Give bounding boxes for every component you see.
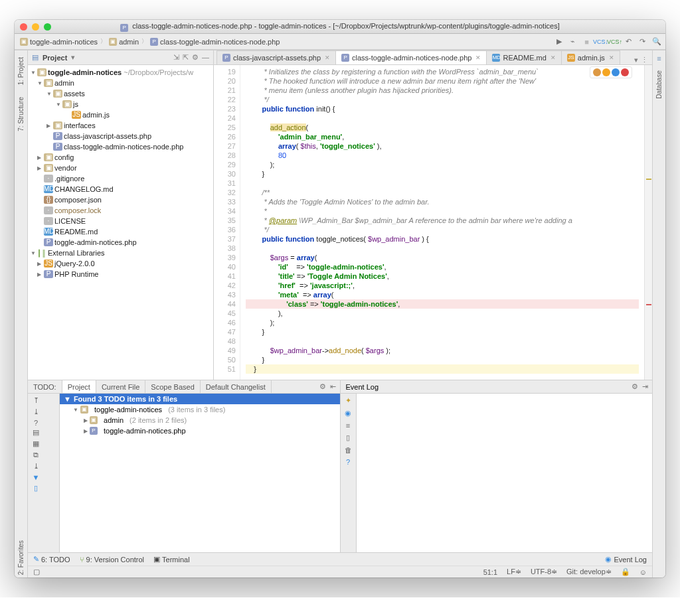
collapse-icon[interactable]: ⤓ (33, 408, 39, 416)
gear-icon[interactable]: ⚙ (319, 382, 326, 391)
window-title: P class-toggle-admin-notices-node.php - … (15, 22, 665, 32)
navigation-bar: ▣toggle-admin-notices 〉 ▣admin 〉 Pclass-… (15, 34, 665, 50)
tool-project-tab[interactable]: 1: Project (17, 54, 25, 88)
event-log-title: Event Log (341, 383, 384, 391)
stop-icon[interactable]: ■ (582, 37, 592, 46)
debug-icon[interactable]: ⌁ (568, 37, 578, 46)
hide-icon[interactable]: ⇤ (330, 382, 336, 391)
settings-icon[interactable]: ✦ (345, 396, 351, 405)
tab-class-toggle-admin-notices-node[interactable]: Pclass-toggle-admin-notices-node.php✕ (335, 50, 487, 64)
caret-position[interactable]: 51:1 (483, 568, 497, 576)
browser-preview-badge[interactable] (590, 66, 632, 78)
status-eventlog-button[interactable]: ◉Event Log (605, 555, 647, 564)
todo-tab-scope[interactable]: Scope Based (145, 380, 200, 393)
json-file-icon: {} (44, 196, 53, 204)
status-bar: ▢ 51:1 LF≑ UTF-8≑ Git: develop≑ 🔒 ☺ (28, 566, 652, 578)
line-separator[interactable]: LF≑ (507, 568, 521, 576)
close-icon[interactable]: ✕ (551, 54, 556, 61)
preview-icon[interactable]: ▯ (34, 484, 38, 493)
status-terminal-button[interactable]: ▣Terminal (153, 555, 190, 564)
database-icon[interactable]: ≡ (657, 54, 661, 62)
close-icon[interactable]: ✕ (325, 54, 330, 61)
tabs-more-icon[interactable]: ⋮ (641, 56, 648, 64)
editor-marker-bar[interactable] (644, 65, 652, 380)
status-todo-button[interactable]: ✎6: TODO (33, 555, 70, 564)
event-log-toolbar: ✦ ◉ ≡ ▯ 🗑 ? (341, 394, 357, 552)
tab-admin-js[interactable]: JSadmin.js✕ (561, 50, 620, 64)
project-tree[interactable]: ▼▣toggle-admin-notices~/Dropbox/Projects… (28, 65, 213, 380)
tab-class-javascript-assets[interactable]: Pclass-javascript-assets.php✕ (216, 50, 336, 64)
filter-icon[interactable]: ▼ (33, 473, 40, 481)
file-encoding[interactable]: UTF-8≑ (531, 568, 557, 576)
zoom-window-button[interactable] (44, 23, 51, 31)
hector-icon[interactable]: ☺ (639, 568, 647, 576)
lock-icon[interactable]: 🔒 (621, 568, 630, 576)
right-tool-stripe: ≡ Database (652, 50, 665, 578)
folder-icon: ▣ (90, 416, 98, 424)
text-file-icon: ∙ (44, 217, 53, 225)
tree-icon[interactable]: ⧉ (33, 451, 39, 459)
opera-icon[interactable] (621, 68, 629, 76)
vcs-update-icon[interactable]: VCS↓ (596, 37, 606, 46)
titlebar[interactable]: P class-toggle-admin-notices-node.php - … (15, 20, 665, 34)
redo-icon[interactable]: ↷ (638, 37, 647, 46)
trash-icon[interactable]: 🗑 (345, 446, 352, 454)
todo-tab-current[interactable]: Current File (96, 380, 145, 393)
group-icon[interactable]: ▦ (33, 439, 39, 448)
todo-tab-changes[interactable]: Default Changelist (201, 380, 272, 393)
code-area[interactable]: * Initializes the class by registering a… (240, 65, 644, 380)
main-content: 1: Project 7: Structure 2: Favorites ▤ P… (15, 50, 665, 578)
close-icon[interactable]: ✕ (609, 54, 614, 61)
help-icon[interactable]: ? (346, 458, 350, 466)
clear-icon[interactable]: ▯ (346, 433, 350, 442)
todo-tab-project[interactable]: Project (62, 380, 96, 393)
undo-icon[interactable]: ↶ (624, 37, 634, 46)
tab-readme[interactable]: MDREADME.md✕ (486, 50, 561, 64)
minimize-window-button[interactable] (32, 23, 39, 31)
autoscroll-icon[interactable]: ▤ (33, 428, 39, 437)
search-icon[interactable]: 🔍 (651, 37, 661, 46)
gear-icon[interactable]: ⚙ (192, 53, 199, 62)
editor-body[interactable]: 1920212223242526272829303132333435363738… (214, 65, 652, 380)
close-icon[interactable]: ✕ (475, 54, 481, 61)
tool-structure-tab[interactable]: 7: Structure (17, 94, 25, 134)
project-panel-header[interactable]: ▤ Project ▾ ⇲ ⇱ ⚙ — (28, 50, 213, 65)
gear-icon[interactable]: ⚙ (632, 382, 638, 391)
crumb-admin[interactable]: admin (119, 38, 139, 46)
chrome-icon[interactable] (593, 68, 601, 76)
todo-tree[interactable]: ▼Found 3 TODO items in 3 files ▼▣ toggle… (60, 394, 340, 552)
mark-read-icon[interactable]: ≡ (346, 422, 350, 429)
php-file-icon: P (90, 427, 98, 435)
tabs-dropdown-icon[interactable]: ▾ (634, 56, 638, 64)
vcs-commit-icon[interactable]: VCS↑ (610, 37, 620, 46)
run-icon[interactable]: ▶ (554, 37, 564, 46)
php-file-icon: P (44, 270, 53, 278)
close-window-button[interactable] (20, 23, 27, 31)
firefox-icon[interactable] (602, 68, 610, 76)
tool-windows-toggle-icon[interactable]: ▢ (33, 568, 40, 576)
tool-favorites-tab[interactable]: 2: Favorites (17, 538, 25, 578)
export-icon[interactable]: ⤓ (33, 462, 39, 471)
event-log-empty (357, 394, 653, 552)
crumb-root[interactable]: toggle-admin-notices (30, 38, 98, 46)
collapse-icon[interactable]: ⇱ (183, 53, 189, 62)
php-file-icon: P (222, 54, 230, 62)
php-file-icon: P (120, 24, 128, 32)
folder-icon: ▣ (80, 406, 88, 414)
md-file-icon: MD (44, 185, 53, 193)
balloon-icon[interactable]: ◉ (345, 409, 351, 418)
git-branch[interactable]: Git: develop≑ (566, 568, 612, 576)
status-vcs-button[interactable]: ⑂9: Version Control (80, 556, 144, 564)
safari-icon[interactable] (612, 68, 620, 76)
tool-database-tab[interactable]: Database (655, 68, 663, 100)
folder-icon: ▣ (62, 100, 72, 108)
autoscroll-icon[interactable]: ⇲ (173, 53, 179, 62)
breadcrumb[interactable]: ▣toggle-admin-notices 〉 ▣admin 〉 Pclass-… (19, 37, 554, 46)
hide-icon[interactable]: ⇥ (642, 382, 648, 391)
expand-icon[interactable]: ⤒ (33, 396, 39, 405)
crumb-file[interactable]: class-toggle-admin-notices-node.php (160, 38, 280, 46)
view-mode-icon[interactable]: ▤ (32, 53, 39, 62)
help-icon[interactable]: ? (34, 419, 38, 427)
line-number-gutter[interactable]: 1920212223242526272829303132333435363738… (214, 65, 240, 380)
hide-icon[interactable]: — (202, 53, 209, 62)
